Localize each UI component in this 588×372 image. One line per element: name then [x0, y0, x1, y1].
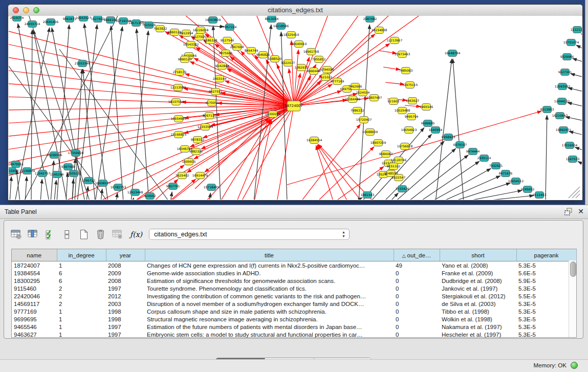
- close-panel-icon[interactable]: ✕: [578, 207, 584, 216]
- graph-node[interactable]: 16053809: [205, 17, 221, 24]
- graph-node[interactable]: 20691406: [43, 19, 59, 26]
- graph-node[interactable]: 12923448: [127, 189, 143, 196]
- graph-node[interactable]: 7932621: [489, 163, 503, 169]
- graph-node[interactable]: 12975115: [402, 82, 418, 89]
- graph-node[interactable]: 1624554: [356, 90, 370, 96]
- graph-node[interactable]: 12444132: [554, 98, 570, 105]
- table-select-dropdown[interactable]: citations_edges.txt ▲▼: [149, 229, 350, 240]
- graph-node[interactable]: 18907209: [371, 140, 386, 146]
- graph-node[interactable]: 1145194: [50, 171, 64, 178]
- graph-node[interactable]: 18325419: [284, 32, 299, 38]
- graph-node[interactable]: 16648784: [445, 50, 461, 57]
- table-settings-icon[interactable]: [11, 229, 22, 240]
- canvas-resize-grip[interactable]: [569, 187, 580, 198]
- graph-node[interactable]: 18724007: [285, 101, 303, 111]
- graph-node[interactable]: 1112134: [571, 27, 582, 33]
- import-table-icon[interactable]: [112, 229, 123, 240]
- network-graph[interactable]: 1872400776638229860126891295418226058912…: [9, 16, 582, 200]
- column-header-name[interactable]: name: [12, 249, 57, 261]
- graph-node[interactable]: 9063671: [63, 16, 77, 23]
- graph-node[interactable]: 18975051: [9, 161, 24, 168]
- graph-node[interactable]: 621601: [388, 98, 400, 105]
- graph-node[interactable]: 15720407: [356, 117, 372, 123]
- graph-node[interactable]: 2935114: [477, 155, 491, 162]
- graph-node[interactable]: 9465546: [420, 104, 433, 111]
- graph-node[interactable]: 7485063: [399, 68, 413, 74]
- network-canvas[interactable]: 1872400776638229860126891295418226058912…: [9, 16, 582, 200]
- column-header-in_degree[interactable]: in_degree: [57, 249, 106, 261]
- table-row[interactable]: 977716911998Corpus callosum shape and si…: [12, 308, 576, 315]
- float-panel-icon[interactable]: [564, 207, 573, 216]
- graph-node[interactable]: 12213589: [170, 84, 186, 91]
- graph-node[interactable]: 7955812: [312, 56, 326, 63]
- graph-node[interactable]: 1527602: [91, 16, 105, 23]
- graph-node[interactable]: 7857224: [223, 24, 237, 31]
- graph-node[interactable]: 9684067: [379, 151, 393, 158]
- graph-node[interactable]: 16210643: [552, 113, 568, 119]
- table-row[interactable]: 2242004622012Investigating the contribut…: [12, 292, 576, 300]
- graph-node[interactable]: 21053346: [75, 60, 91, 67]
- graph-node[interactable]: 1609935: [182, 159, 196, 165]
- graph-node[interactable]: 9699695: [421, 120, 435, 127]
- graph-node[interactable]: 15892971: [556, 127, 572, 134]
- graph-node[interactable]: 1640954: [429, 127, 443, 134]
- column-header-out_de[interactable]: △out_de…: [394, 249, 440, 261]
- graph-node[interactable]: 9329966: [560, 54, 574, 60]
- table-column-icon[interactable]: [28, 229, 39, 240]
- select-all-checks-icon[interactable]: [45, 229, 56, 240]
- new-table-document-icon[interactable]: [78, 229, 90, 240]
- graph-node[interactable]: 9397588: [61, 164, 75, 170]
- graph-node[interactable]: 10973493: [395, 51, 410, 58]
- graph-node[interactable]: 9875685: [219, 50, 233, 57]
- graph-node[interactable]: 9777169: [331, 78, 344, 85]
- graph-node[interactable]: 10653527: [76, 16, 92, 21]
- graph-node[interactable]: 16914479: [192, 172, 208, 179]
- graph-node[interactable]: 8213953: [540, 106, 554, 113]
- graph-node[interactable]: 20364486: [345, 96, 361, 103]
- graph-node[interactable]: 10958107: [95, 180, 111, 187]
- graph-node[interactable]: 10025488: [395, 107, 410, 114]
- graph-node[interactable]: 8912954: [180, 30, 193, 37]
- graph-node[interactable]: 9474444: [466, 148, 480, 155]
- window-titlebar[interactable]: citations_edges.txt: [8, 5, 582, 16]
- graph-node[interactable]: 2522547: [392, 174, 406, 181]
- delete-table-icon[interactable]: [95, 229, 106, 240]
- graph-node[interactable]: 9495794: [405, 114, 419, 120]
- graph-node[interactable]: 16154838: [372, 27, 387, 34]
- graph-node[interactable]: 9227341: [558, 69, 572, 76]
- graph-node[interactable]: 17359928: [68, 150, 84, 157]
- function-builder-icon[interactable]: ƒ(x): [129, 230, 143, 238]
- graph-node[interactable]: 15166825: [171, 132, 187, 138]
- graph-node[interactable]: 10807487: [366, 95, 382, 101]
- table-row[interactable]: 1456911722003Disruption of a novel membe…: [12, 300, 576, 308]
- graph-node[interactable]: 19654923: [401, 127, 417, 134]
- column-header-pagerank[interactable]: pagerank: [516, 249, 576, 261]
- graph-node[interactable]: 10688609: [362, 129, 378, 136]
- column-header-year[interactable]: year: [106, 249, 145, 261]
- graph-node[interactable]: 16543382: [183, 41, 199, 48]
- graph-node[interactable]: 9882322: [189, 148, 203, 155]
- graph-node[interactable]: 1588520: [268, 56, 282, 62]
- graph-node[interactable]: 17016504: [562, 142, 578, 149]
- graph-node[interactable]: 7986332: [351, 107, 364, 114]
- graph-node[interactable]: 10654985: [171, 116, 187, 122]
- graph-node[interactable]: 9151322: [387, 163, 401, 170]
- table-row[interactable]: 946362711997Embryonic stem cells: a mode…: [12, 331, 576, 338]
- graph-node[interactable]: 12213967: [387, 37, 403, 44]
- graph-node[interactable]: 2087682: [363, 16, 377, 23]
- graph-node[interactable]: 18107554: [168, 99, 184, 105]
- graph-node[interactable]: 12505123: [66, 170, 82, 177]
- table-row[interactable]: 969969511998Structural magnetic resonanc…: [12, 315, 576, 323]
- graph-node[interactable]: 9127546: [221, 37, 234, 44]
- graph-node[interactable]: 9242844: [215, 63, 229, 70]
- toggle-rows-icon[interactable]: [61, 229, 73, 240]
- graph-node[interactable]: 2867608: [230, 44, 244, 51]
- graph-node[interactable]: 2519374: [10, 16, 24, 21]
- network-window[interactable]: citations_edges.txt 18724007766382298601…: [8, 4, 583, 201]
- graph-node[interactable]: 8322037: [281, 60, 295, 67]
- graph-node[interactable]: 1167533: [566, 156, 580, 163]
- table-row[interactable]: 1938455462009Genome-wide association stu…: [12, 269, 576, 277]
- column-header-title[interactable]: title: [145, 249, 394, 261]
- table-row[interactable]: 1872400712008Changes of HCN gene express…: [12, 261, 576, 270]
- graph-node[interactable]: 7625402: [176, 172, 189, 179]
